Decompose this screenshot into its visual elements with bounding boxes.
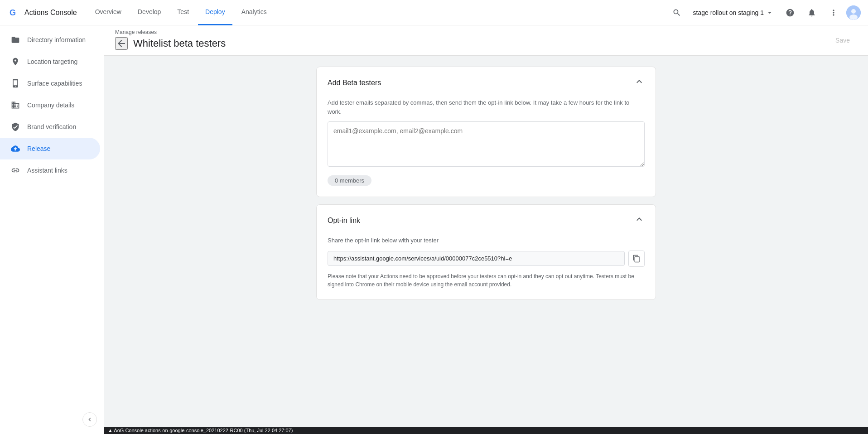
search-button[interactable] — [668, 4, 686, 22]
directory-icon — [11, 35, 20, 44]
search-icon — [672, 8, 681, 17]
nav-tabs: Overview Develop Test Deploy Analytics — [88, 0, 668, 25]
status-bar: ▲ AoG Console actions-on-google-console_… — [104, 427, 868, 434]
add-beta-testers-card: Add Beta testers Add tester emails separ… — [316, 67, 656, 197]
tab-deploy[interactable]: Deploy — [198, 0, 232, 25]
save-button[interactable]: Save — [828, 33, 857, 48]
sidebar-collapse-area — [0, 412, 104, 427]
main-content: Manage releases Whitelist beta testers S… — [104, 25, 868, 434]
opt-in-link-card: Opt-in link Share the opt-in link below … — [316, 204, 656, 300]
sidebar-item-label: Surface capabilities — [27, 80, 82, 87]
more-vert-icon — [829, 8, 838, 17]
expand-less-icon — [634, 76, 645, 87]
location-icon — [11, 57, 20, 66]
copy-link-button[interactable] — [628, 251, 645, 267]
page-title-row: Whitelist beta testers — [115, 37, 857, 55]
help-button[interactable] — [781, 4, 799, 22]
page-title: Whitelist beta testers — [133, 38, 226, 49]
tab-overview[interactable]: Overview — [88, 0, 129, 25]
avatar-image — [846, 5, 861, 20]
sidebar-item-label: Assistant links — [27, 167, 68, 174]
tab-develop[interactable]: Develop — [130, 0, 168, 25]
top-nav: G Actions Console Overview Develop Test … — [0, 0, 868, 25]
sidebar: Directory information Location targeting… — [0, 25, 104, 434]
env-label: stage rollout on staging 1 — [693, 9, 764, 16]
email-textarea[interactable] — [328, 121, 645, 167]
sidebar-item-directory[interactable]: Directory information — [0, 29, 100, 51]
collapse-icon-2 — [634, 214, 645, 227]
optin-link-input[interactable] — [328, 251, 625, 266]
user-avatar[interactable] — [846, 5, 861, 20]
notifications-button[interactable] — [803, 4, 821, 22]
svg-point-3 — [851, 9, 856, 14]
tab-analytics[interactable]: Analytics — [234, 0, 274, 25]
nav-right-actions: stage rollout on staging 1 — [668, 4, 861, 22]
expand-less-icon-2 — [634, 214, 645, 225]
env-dropdown-icon — [766, 9, 774, 17]
content-area: Add Beta testers Add tester emails separ… — [104, 56, 868, 434]
brand-icon — [11, 122, 20, 131]
tab-test[interactable]: Test — [170, 0, 196, 25]
company-icon — [11, 101, 20, 110]
release-icon — [11, 144, 20, 153]
opt-in-link-desc: Share the opt-in link below with your te… — [328, 236, 645, 245]
sidebar-collapse-button[interactable] — [82, 412, 97, 427]
help-icon — [786, 8, 795, 17]
env-selector[interactable]: stage rollout on staging 1 — [690, 5, 777, 21]
sidebar-item-links[interactable]: Assistant links — [0, 159, 100, 181]
page-header: Manage releases Whitelist beta testers S… — [104, 25, 868, 56]
add-beta-testers-desc: Add tester emails separated by commas, t… — [328, 98, 645, 116]
sidebar-item-location[interactable]: Location targeting — [0, 51, 100, 72]
back-arrow-icon — [116, 38, 127, 49]
sidebar-item-label: Location targeting — [27, 58, 77, 65]
breadcrumb: Manage releases — [115, 29, 857, 35]
chevron-left-icon — [86, 416, 93, 423]
sidebar-item-label: Company details — [27, 101, 74, 109]
add-beta-testers-title: Add Beta testers — [328, 79, 381, 87]
sidebar-item-label: Brand verification — [27, 123, 76, 130]
optin-note: Please note that your Actions need to be… — [328, 272, 645, 289]
copy-icon — [632, 255, 641, 263]
members-badge: 0 members — [328, 175, 371, 186]
back-button[interactable] — [115, 37, 128, 50]
google-logo-icon: G — [7, 6, 20, 19]
sidebar-item-label: Release — [27, 145, 50, 152]
opt-in-link-header[interactable]: Opt-in link — [317, 205, 656, 236]
svg-point-4 — [849, 14, 858, 20]
sidebar-item-company[interactable]: Company details — [0, 94, 100, 116]
collapse-icon — [634, 76, 645, 89]
content-inner: Add Beta testers Add tester emails separ… — [316, 67, 656, 300]
surface-icon — [11, 79, 20, 88]
notifications-icon — [807, 8, 816, 17]
status-bar-text: ▲ AoG Console actions-on-google-console_… — [108, 428, 293, 433]
app-layout: Directory information Location targeting… — [0, 25, 868, 434]
sidebar-item-surface[interactable]: Surface capabilities — [0, 72, 100, 94]
add-beta-testers-body: Add tester emails separated by commas, t… — [317, 98, 656, 197]
app-logo[interactable]: G Actions Console — [7, 6, 77, 19]
app-title: Actions Console — [24, 9, 77, 17]
optin-link-row — [328, 251, 645, 267]
sidebar-item-release[interactable]: Release — [0, 138, 100, 159]
opt-in-link-title: Opt-in link — [328, 217, 360, 225]
opt-in-link-body: Share the opt-in link below with your te… — [317, 236, 656, 299]
links-icon — [11, 166, 20, 175]
svg-text:G: G — [10, 8, 16, 17]
sidebar-item-label: Directory information — [27, 36, 86, 43]
sidebar-item-brand[interactable]: Brand verification — [0, 116, 100, 138]
add-beta-testers-header[interactable]: Add Beta testers — [317, 67, 656, 98]
more-options-button[interactable] — [825, 4, 843, 22]
